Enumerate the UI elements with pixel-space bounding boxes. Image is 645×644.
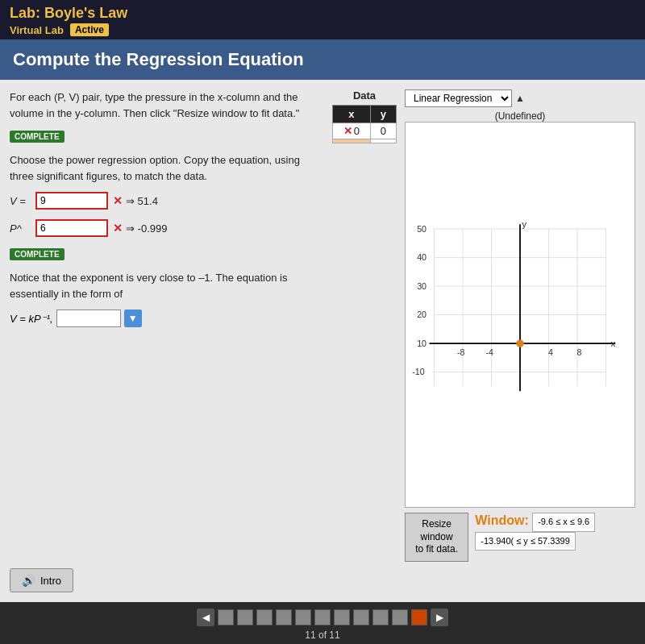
vkp-row: V = kP⁻¹, ▼ [10, 310, 324, 327]
nav-dots: ◀ ▶ [197, 609, 448, 626]
col-header-x: x [333, 106, 371, 123]
nav-next-button[interactable]: ▶ [431, 609, 448, 626]
nav-dot-7[interactable] [334, 609, 350, 625]
cell-x-1[interactable] [333, 139, 371, 143]
eq2-result: ⇒ -0.999 [126, 222, 167, 235]
col-header-y: y [370, 106, 396, 123]
nav-prev-button[interactable]: ◀ [197, 609, 214, 626]
svg-text:50: 50 [417, 224, 427, 234]
equation-input-1[interactable] [35, 192, 108, 210]
nav-dot-3[interactable] [256, 609, 273, 625]
nav-dot-8[interactable] [353, 609, 369, 625]
row-x-mark: ✕ [343, 125, 352, 137]
nav-page-text: 11 of 11 [305, 629, 339, 641]
cell-y-1 [370, 139, 396, 143]
nav-dot-4[interactable] [276, 609, 292, 625]
page-header: Compute the Regression Equation [0, 39, 645, 80]
nav-dot-10[interactable] [392, 609, 408, 625]
svg-text:-8: -8 [457, 347, 465, 357]
regression-select-row: Linear Regression Power Regression ▲ [405, 89, 635, 107]
nav-dot-6[interactable] [314, 609, 331, 625]
regression-select[interactable]: Linear Regression Power Regression [405, 89, 512, 107]
nav-dot-9[interactable] [372, 609, 389, 625]
intro-section: 🔊 Intro [10, 568, 635, 592]
nav-bar: ◀ ▶ 11 of 11 [0, 602, 645, 644]
x-axis-label: x [610, 338, 615, 349]
window-range-x: -9.6 ≤ x ≤ 9.6 [532, 513, 595, 532]
x-mark-1: ✕ [113, 194, 123, 207]
virtual-lab-label: Virtual Lab [10, 24, 64, 36]
left-panel: For each (P, V) pair, type the pressure … [10, 89, 324, 562]
notice-text: Notice that the exponent is very close t… [10, 270, 324, 301]
vkp-text: V = kP⁻¹, [10, 313, 53, 325]
svg-text:40: 40 [417, 252, 427, 262]
svg-text:10: 10 [417, 339, 427, 348]
svg-text:20: 20 [417, 310, 427, 319]
nav-dot-1[interactable] [218, 609, 234, 625]
svg-text:30: 30 [417, 281, 427, 291]
window-info: Window: -9.6 ≤ x ≤ 9.6 -13.940( ≤ y ≤ 57… [475, 513, 635, 551]
instruction-text: For each (P, V) pair, type the pressure … [10, 89, 324, 121]
content-row: For each (P, V) pair, type the pressure … [10, 89, 635, 562]
intro-label: Intro [40, 575, 61, 587]
svg-text:-4: -4 [485, 347, 493, 357]
undefined-text: (Undefined) [405, 110, 635, 122]
page-title: Compute the Regression Equation [13, 49, 632, 70]
nav-dot-5[interactable] [295, 609, 311, 625]
equation-row-1: V = ✕ ⇒ 51.4 [10, 192, 324, 210]
eq1-result: ⇒ 51.4 [126, 195, 158, 207]
vkp-input[interactable] [56, 310, 121, 327]
eq2-label: P^ [10, 222, 32, 235]
data-point [516, 339, 523, 347]
nav-dot-11[interactable] [411, 609, 427, 625]
speaker-icon: 🔊 [22, 574, 35, 587]
intro-button[interactable]: 🔊 Intro [10, 568, 73, 592]
cell-y-0: 0 [370, 123, 396, 139]
active-badge: Active [70, 23, 109, 36]
data-table: x y ✕0 0 [332, 105, 397, 143]
equation-input-2[interactable] [35, 219, 108, 237]
window-label: Window: [475, 513, 529, 527]
table-row-2 [333, 139, 397, 143]
nav-dot-2[interactable] [237, 609, 253, 625]
svg-text:-10: -10 [412, 367, 424, 376]
complete-badge-1: COMPLETE [10, 131, 64, 143]
eq1-label: V = [10, 195, 32, 207]
svg-text:4: 4 [548, 347, 553, 357]
graph-container: x y -8 -4 4 8 50 40 30 20 10 -10 [405, 122, 635, 508]
equation-row-2: P^ ✕ ⇒ -0.999 [10, 219, 324, 237]
bottom-controls: Resize windowto fit data. Window: -9.6 ≤… [405, 513, 635, 562]
main-content: For each (P, V) pair, type the pressure … [0, 80, 645, 602]
dropdown-button[interactable]: ▼ [124, 310, 142, 327]
window-range-y: -13.940( ≤ y ≤ 57.3399 [475, 532, 576, 551]
resize-window-button[interactable]: Resize windowto fit data. [405, 513, 468, 562]
chevron-down-icon: ▼ [128, 313, 138, 324]
table-row: ✕0 0 [333, 123, 397, 139]
y-axis-label: y [522, 218, 526, 230]
x-mark-2: ✕ [113, 222, 123, 235]
step2-text: Choose the power regression option. Copy… [10, 152, 324, 184]
chevron-icon: ▲ [515, 93, 525, 104]
svg-text:8: 8 [576, 347, 581, 357]
cell-x-0: ✕0 [333, 123, 371, 139]
middle-panel: Data x y ✕0 0 [332, 89, 397, 562]
right-panel: Linear Regression Power Regression ▲ (Un… [405, 89, 635, 562]
complete-badge-2: COMPLETE [10, 248, 64, 260]
lab-title: Lab: Boyle's Law [10, 5, 635, 22]
table-wrapper: x y ✕0 0 [332, 105, 397, 143]
data-label: Data [353, 89, 376, 102]
graph-svg: x y -8 -4 4 8 50 40 30 20 10 -10 [406, 123, 635, 507]
top-bar: Lab: Boyle's Law Virtual Lab Active [0, 0, 645, 39]
